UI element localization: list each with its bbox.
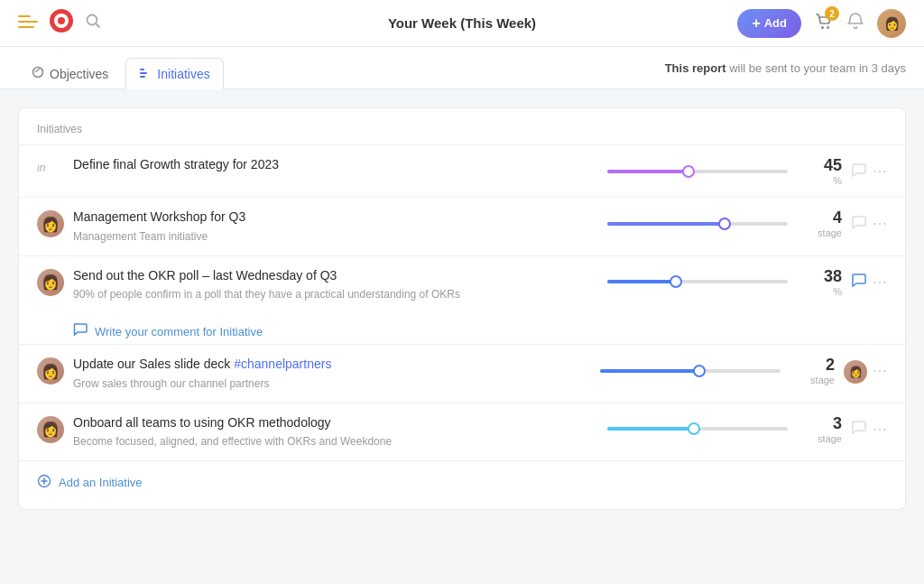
header: Your Week (This Week) + Add 2 👩 — [0, 0, 924, 47]
slider-track[interactable] — [607, 427, 788, 431]
progress-slider[interactable] — [607, 280, 788, 283]
tab-objectives[interactable]: Objectives — [18, 58, 122, 88]
initiatives-tab-label: Initiatives — [157, 67, 209, 81]
objectives-tab-icon — [32, 66, 44, 81]
svg-rect-13 — [140, 76, 145, 78]
add-button[interactable]: + Add — [737, 9, 801, 38]
svg-point-5 — [58, 17, 65, 24]
search-icon[interactable] — [85, 13, 101, 33]
slider-track[interactable] — [607, 170, 788, 173]
initiative-title: Send out the OKR poll – last Wednesday o… — [73, 267, 598, 285]
channel-partners-link[interactable]: #channelpartners — [234, 357, 331, 371]
slider-track[interactable] — [607, 222, 788, 226]
initiative-title: Update our Sales slide deck #channelpart… — [73, 356, 591, 374]
initiative-title: Management Workshop for Q3 — [73, 209, 598, 227]
progress-slider[interactable] — [600, 369, 781, 373]
tab-initiatives[interactable]: Initiatives — [125, 58, 223, 89]
tagged-avatar: 👩 — [844, 360, 867, 384]
more-icon[interactable]: ⋯ — [873, 215, 887, 232]
user-avatar-row: 👩 — [37, 416, 64, 443]
initiative-subtitle: Grow sales through our channel partners — [73, 375, 591, 392]
add-initiative-label: Add an Initiative — [59, 476, 143, 489]
comment-prompt[interactable]: Write your comment for Initiative — [19, 313, 905, 344]
value-unit: stage — [790, 375, 835, 385]
initiative-subtitle: 90% of people confirm in a poll that the… — [73, 286, 598, 302]
comment-icon-active[interactable] — [851, 272, 867, 292]
slider-track[interactable] — [600, 369, 781, 373]
value-number: 38 — [824, 267, 842, 285]
progress-slider[interactable] — [607, 222, 788, 226]
slider-thumb[interactable] — [718, 218, 731, 230]
action-icons: ⋯ — [851, 272, 887, 292]
more-icon[interactable]: ⋯ — [873, 421, 887, 438]
avatar-face: 👩 — [37, 269, 64, 296]
comment-icon[interactable] — [851, 419, 867, 439]
section-label: Initiatives — [19, 123, 905, 144]
initiative-row: 👩 Send out the OKR poll – last Wednesday… — [19, 255, 905, 314]
progress-slider[interactable] — [607, 427, 788, 431]
value-number: 45 — [824, 156, 842, 174]
svg-rect-0 — [18, 15, 31, 17]
header-right: + Add 2 👩 — [737, 9, 906, 38]
more-icon[interactable]: ⋯ — [873, 362, 887, 379]
svg-rect-12 — [140, 72, 147, 74]
slider-fill — [607, 280, 676, 283]
value-number: 2 — [826, 356, 835, 374]
action-icons: ⋯ — [851, 162, 887, 181]
initiative-row: 👩 Update our Sales slide deck #channelpa… — [19, 344, 905, 403]
action-icons: ⋯ — [851, 419, 887, 439]
slider-fill — [600, 369, 699, 373]
slider-thumb[interactable] — [688, 422, 700, 435]
slider-thumb[interactable] — [693, 365, 706, 377]
initiative-title: Define final Growth strategy for 2023 — [73, 156, 598, 174]
user-avatar-row: 👩 — [37, 357, 64, 385]
slider-thumb[interactable] — [682, 165, 695, 178]
objectives-tab-label: Objectives — [50, 67, 108, 81]
svg-rect-11 — [140, 69, 144, 70]
initiative-subtitle: Management Team initiative — [73, 228, 598, 245]
add-initiative-row[interactable]: Add an Initiative — [19, 460, 905, 495]
menu-icon[interactable] — [18, 13, 38, 33]
row-right: 3 stage ⋯ — [607, 414, 887, 444]
svg-rect-2 — [18, 26, 34, 28]
report-banner: This report will be sent to your team in… — [665, 61, 906, 86]
slider-fill — [607, 170, 688, 173]
header-left — [18, 8, 101, 39]
tabs-bar: Objectives Initiatives This report will … — [0, 47, 924, 89]
cart-button[interactable]: 2 — [814, 12, 834, 34]
initiatives-tab-icon — [139, 66, 152, 81]
initiative-title: Onboard all teams to using OKR methodolo… — [73, 414, 598, 432]
value-box: 45 % — [797, 156, 842, 186]
value-number: 3 — [833, 414, 842, 432]
more-icon[interactable]: ⋯ — [873, 273, 887, 291]
initiative-content: Management Workshop for Q3 Management Te… — [73, 209, 598, 245]
add-initiative-icon — [37, 474, 51, 491]
slider-fill — [607, 222, 725, 226]
slider-track[interactable] — [607, 280, 788, 283]
initiative-content: Update our Sales slide deck #channelpart… — [73, 356, 591, 392]
comment-prompt-label: Write your comment for Initiative — [95, 325, 263, 338]
svg-rect-1 — [18, 21, 38, 23]
progress-slider[interactable] — [607, 170, 788, 173]
row-right: 4 stage ⋯ — [607, 209, 887, 238]
row-right: 45 % ⋯ — [607, 156, 887, 186]
more-icon[interactable]: ⋯ — [873, 162, 887, 180]
tabs-left: Objectives Initiatives — [18, 58, 224, 88]
cart-badge: 2 — [825, 6, 839, 21]
svg-point-6 — [88, 15, 97, 25]
main-content: Initiatives in Define final Growth strat… — [0, 89, 924, 528]
value-box: 3 stage — [797, 414, 842, 444]
value-box: 4 stage — [797, 209, 842, 238]
user-avatar[interactable]: 👩 — [877, 9, 906, 38]
avatar-placeholder: in — [37, 158, 64, 185]
slider-fill — [607, 427, 694, 431]
comment-icon[interactable] — [851, 214, 867, 234]
action-icons: ⋯ — [851, 214, 887, 234]
svg-point-10 — [33, 68, 43, 78]
slider-thumb[interactable] — [670, 275, 682, 288]
value-unit: % — [797, 286, 842, 297]
comment-prompt-icon — [73, 322, 88, 340]
notification-bell-icon[interactable] — [846, 12, 864, 34]
value-unit: stage — [797, 227, 842, 238]
comment-icon[interactable] — [851, 162, 867, 181]
